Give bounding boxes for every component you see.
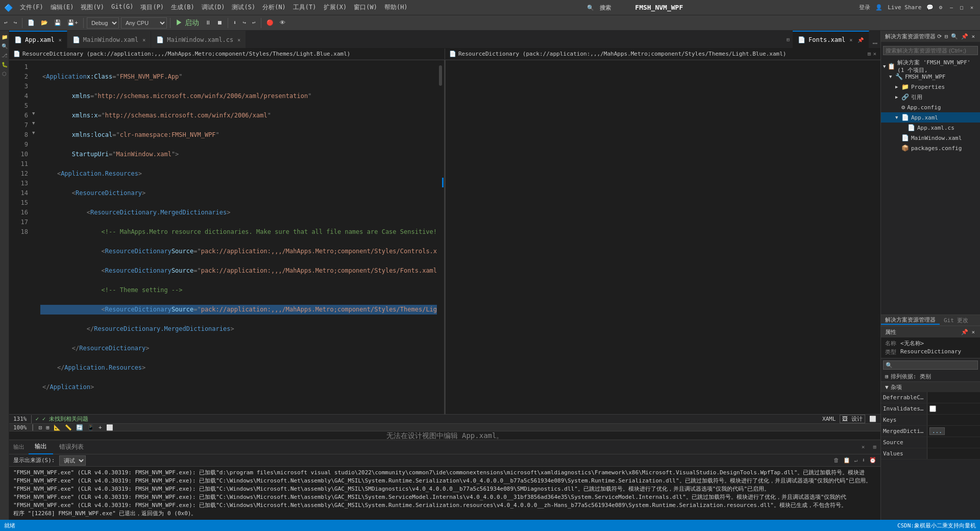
menu-tools[interactable]: 工具(T): [290, 2, 320, 13]
save-all-btn[interactable]: 💾+: [65, 18, 80, 27]
menu-help[interactable]: 帮助(H): [381, 2, 411, 13]
git-changes-tab[interactable]: Git 更改: [940, 317, 973, 324]
menu-git[interactable]: Git(G): [108, 2, 136, 13]
close-output-btn[interactable]: ×: [857, 444, 869, 450]
undo-btn[interactable]: ↩: [2, 18, 10, 27]
tree-appxaml[interactable]: ▼ 📄 App.xaml: [881, 112, 980, 123]
source-input[interactable]: [929, 440, 978, 446]
expand-misc-icon[interactable]: ▼: [885, 384, 889, 391]
tree-properties[interactable]: ▶ 📁 Properties: [881, 82, 980, 92]
debug-mode-select[interactable]: Debug: [87, 17, 119, 29]
more-tabs-btn[interactable]: ⋯: [872, 38, 877, 48]
breakpoints-btn[interactable]: 🔴: [264, 18, 276, 27]
clear-output-btn[interactable]: 🗑: [834, 457, 839, 464]
tab-close-btn[interactable]: ×: [59, 37, 62, 43]
output-tab-active[interactable]: 输出: [29, 440, 53, 454]
menu-file[interactable]: 文件(F): [17, 2, 46, 13]
zoom-in-btn[interactable]: +: [99, 424, 102, 431]
pin-btn[interactable]: 📌: [960, 33, 969, 40]
tab-mainwindow-xaml[interactable]: 📄 MainWindow.xaml ×: [67, 31, 151, 48]
git-icon[interactable]: ⎇: [1, 51, 9, 59]
save-btn[interactable]: 💾: [52, 18, 63, 27]
signin-label[interactable]: 登录: [859, 4, 870, 11]
device-btn[interactable]: 📱: [87, 424, 94, 431]
snap-btn[interactable]: 📐: [54, 424, 61, 431]
pin-icon[interactable]: 📌: [857, 37, 864, 43]
redo-btn[interactable]: ↪: [12, 18, 19, 27]
zoom-fit-btn[interactable]: ⊡: [39, 424, 42, 431]
tree-solution[interactable]: ▼ 📋 解决方案 'FMSH_NVM_WPF' (1 个项目,: [881, 61, 980, 71]
prop-val-source[interactable]: [927, 437, 980, 448]
tab-close-btn-2[interactable]: ×: [142, 37, 145, 43]
tree-packages[interactable]: ▶ 📦 packages.config: [881, 143, 980, 153]
tree-appconfig[interactable]: ▶ ⚙ App.config: [881, 102, 980, 112]
live-preview-btn[interactable]: 🔄: [76, 424, 83, 431]
prop-search-input[interactable]: [883, 360, 978, 370]
menu-debug[interactable]: 调试(D): [199, 2, 228, 13]
auto-scroll-btn[interactable]: ⬇: [862, 457, 865, 464]
grid-btn[interactable]: ⊞: [46, 424, 50, 431]
sol-exp-tab[interactable]: 解决方案资源管理器: [881, 316, 940, 325]
close-right-btn[interactable]: ×: [873, 51, 876, 57]
tab-close-btn-3[interactable]: ×: [237, 37, 240, 43]
stop-btn[interactable]: ⏹: [215, 18, 225, 27]
timestamp-btn[interactable]: ⏰: [869, 457, 876, 464]
menu-window[interactable]: 窗口(W): [351, 2, 380, 13]
scroll-thumb[interactable]: [439, 65, 442, 86]
menu-view[interactable]: 视图(V): [78, 2, 107, 13]
dock-output-btn[interactable]: ⊞: [869, 444, 880, 450]
tree-ref[interactable]: ▶ 🔗 引用: [881, 92, 980, 102]
output-source-select[interactable]: 调试: [59, 455, 86, 466]
run-btn[interactable]: ▶ 启动: [174, 18, 201, 28]
tab-app-xaml[interactable]: 📄 App.xaml ×: [9, 31, 67, 48]
menu-project[interactable]: 项目(P): [137, 2, 167, 13]
filter-btn[interactable]: 🔍: [950, 33, 959, 40]
menu-edit[interactable]: 编辑(E): [47, 2, 77, 13]
menu-analyze[interactable]: 分析(N): [259, 2, 289, 13]
minimize-btn[interactable]: —: [947, 4, 955, 12]
step-into-btn[interactable]: ↪: [240, 18, 248, 27]
close-btn[interactable]: ✕: [968, 4, 976, 12]
close-panel-btn[interactable]: ×: [970, 33, 976, 40]
collapse-all-btn[interactable]: ⊟: [944, 33, 949, 40]
solution-search-input[interactable]: [883, 46, 978, 55]
design-btn[interactable]: 🖼 设计: [840, 415, 865, 423]
explorer-icon[interactable]: 📁: [1, 33, 9, 41]
tree-mainwindow[interactable]: ▶ 📄 MainWindow.xaml: [881, 133, 980, 143]
settings-icon[interactable]: ⚙: [939, 4, 942, 11]
tab-mainwindow-cs[interactable]: 📄 MainWindow.xaml.cs ×: [151, 31, 246, 48]
platform-select[interactable]: Any CPU: [121, 17, 167, 29]
sync-btn[interactable]: ⟳: [936, 33, 943, 40]
merged-browse-btn[interactable]: ...: [929, 427, 945, 435]
new-file-btn[interactable]: 📄: [26, 18, 37, 27]
copy-output-btn[interactable]: 📋: [843, 457, 850, 464]
word-wrap-btn[interactable]: ↵: [854, 457, 858, 464]
menu-build[interactable]: 生成(B): [168, 2, 198, 13]
maximize-btn[interactable]: □: [958, 4, 966, 12]
search-icon[interactable]: 🔍: [1, 42, 9, 50]
fold-8[interactable]: ▼: [32, 130, 39, 140]
prop-keys: Keys: [881, 415, 980, 426]
menu-extensions[interactable]: 扩展(X): [321, 2, 350, 13]
prop-pin-btn[interactable]: 📌: [960, 329, 969, 335]
split-editor-btn[interactable]: ⊞: [868, 51, 871, 57]
fold-6[interactable]: ▼: [32, 111, 39, 120]
fold-7[interactable]: ▼: [32, 120, 39, 130]
tab-close-btn-fonts[interactable]: ×: [849, 37, 852, 43]
tab-fonts-xaml[interactable]: 📄 Fonts.xaml × 📌: [793, 31, 869, 48]
tree-appxaml-cs[interactable]: ▶ 📄 App.xaml.cs: [881, 123, 980, 133]
step-out-btn[interactable]: ↩: [250, 18, 258, 27]
prop-close-btn[interactable]: ×: [970, 329, 976, 335]
step-over-btn[interactable]: ⬇: [231, 18, 239, 27]
live-share-btn[interactable]: Live Share: [888, 4, 921, 11]
open-btn[interactable]: 📂: [39, 18, 50, 27]
debug-activity-icon[interactable]: 🐛: [1, 60, 9, 68]
watch-btn[interactable]: 👁: [278, 18, 287, 27]
ruler-btn[interactable]: 📏: [65, 424, 72, 431]
pause-btn[interactable]: ⏸: [203, 18, 213, 27]
menu-test[interactable]: 测试(S): [229, 2, 258, 13]
invalidates-checkbox[interactable]: [929, 405, 936, 412]
code-toggle-btn[interactable]: ⬜: [869, 416, 876, 422]
error-list-tab[interactable]: 错误列表: [53, 440, 90, 454]
extensions-icon[interactable]: ⬡: [1, 69, 9, 78]
